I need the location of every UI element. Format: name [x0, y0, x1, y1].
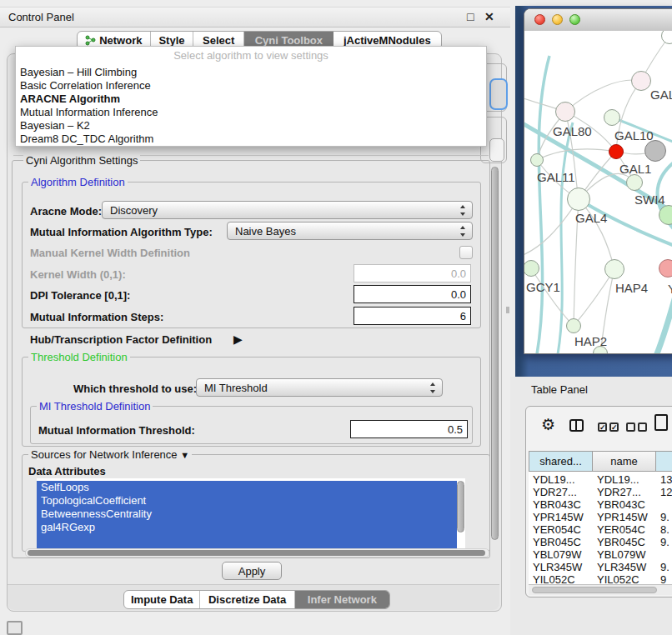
- checked-box-icon[interactable]: ✓: [609, 422, 619, 432]
- gear-icon[interactable]: ⚙: [541, 415, 555, 434]
- kernel-width-input[interactable]: 0.0: [354, 264, 471, 282]
- which-threshold-label: Which threshold to use:: [73, 382, 197, 395]
- kernel-width-label: Kernel Width (0,1):: [30, 268, 126, 281]
- tab-infer-network[interactable]: Infer Network: [295, 591, 389, 608]
- dropdown-item[interactable]: Basic Correlation Inference: [20, 79, 151, 92]
- list-item[interactable]: BetweennessCentrality: [37, 508, 457, 521]
- dropdown-item[interactable]: Bayesian – K2: [20, 119, 90, 132]
- network-node-selected[interactable]: [609, 144, 624, 159]
- table-row[interactable]: YLR345W YLR345W 9.: [529, 561, 672, 573]
- dropdown-item-highlighted[interactable]: ARACNE Algorithm: [20, 92, 120, 106]
- network-node[interactable]: [631, 71, 651, 91]
- manual-kernel-label: Manual Kernel Width Definition: [30, 247, 190, 259]
- cell-name: YBR043C: [593, 498, 656, 511]
- unchecked-box-icon[interactable]: [638, 422, 647, 432]
- network-node[interactable]: [626, 174, 643, 191]
- table-row[interactable]: YPR145W YPR145W 9.: [529, 511, 672, 523]
- zoom-traffic-light-icon[interactable]: [569, 14, 580, 25]
- cell-shared: YIL052C: [529, 573, 593, 584]
- list-item[interactable]: TopologicalCoefficient: [37, 494, 457, 508]
- node-label: GAL11: [537, 170, 575, 184]
- column-header-extra[interactable]: A: [655, 451, 672, 472]
- network-node[interactable]: [604, 109, 620, 126]
- panel-title: Control Panel: [8, 11, 74, 23]
- tab-cyni-toolbox-label: Cyni Toolbox: [255, 34, 323, 47]
- network-window-titlebar[interactable]: [524, 9, 672, 32]
- column-header-shared[interactable]: shared...: [529, 451, 593, 472]
- unchecked-box-icon[interactable]: [626, 422, 635, 432]
- table-row[interactable]: YBL079W YBL079W: [529, 548, 672, 561]
- network-node[interactable]: [555, 102, 575, 122]
- columns-icon[interactable]: [569, 419, 584, 432]
- network-canvas[interactable]: GAL GAL80 GAL10 GAL1 GAL11 SWI4 GAL4 GCY…: [524, 31, 672, 353]
- dpi-tolerance-input[interactable]: 0.0: [354, 285, 471, 303]
- table-row[interactable]: YIL052C YIL052C 9: [529, 573, 672, 584]
- minimize-traffic-light-icon[interactable]: [552, 14, 563, 25]
- close-window-icon[interactable]: ✕: [484, 10, 494, 23]
- apply-button[interactable]: Apply: [222, 562, 282, 580]
- node-label: Y: [668, 282, 672, 296]
- close-traffic-light-icon[interactable]: [534, 14, 545, 25]
- data-attributes-label: Data Attributes: [28, 465, 106, 478]
- mi-steps-input[interactable]: 6: [354, 307, 471, 325]
- collapse-down-icon[interactable]: ▼: [180, 450, 189, 460]
- settings-horizontal-scrollbar[interactable]: [25, 548, 489, 558]
- list-item-partial[interactable]: [37, 534, 457, 548]
- mi-threshold-group-title: MI Threshold Definition: [37, 400, 153, 412]
- mi-type-label: Mutual Information Algorithm Type:: [30, 226, 213, 238]
- cell-extra: 12: [656, 486, 672, 498]
- expand-right-icon[interactable]: ▶: [233, 332, 243, 346]
- settings-vertical-scrollbar[interactable]: [491, 167, 499, 540]
- network-node[interactable]: [604, 259, 624, 279]
- float-window-icon[interactable]: □: [467, 10, 474, 23]
- cell-name: YDR27...: [593, 486, 656, 498]
- mi-type-select[interactable]: Naive Bayes: [227, 222, 473, 240]
- which-threshold-value: MI Threshold: [204, 382, 268, 394]
- mi-threshold-input[interactable]: 0.5: [350, 420, 468, 438]
- cell-shared: YER054C: [529, 523, 593, 536]
- list-vertical-scrollbar[interactable]: [457, 481, 464, 532]
- which-threshold-select[interactable]: MI Threshold: [196, 378, 443, 397]
- node-label: GCY1: [526, 280, 560, 294]
- checked-box-icon[interactable]: ✓: [598, 422, 607, 432]
- data-attributes-list: SelfLoops TopologicalCoefficient Between…: [37, 478, 465, 548]
- column-header-name[interactable]: name: [592, 451, 656, 472]
- cell-name: YDL19...: [593, 473, 656, 486]
- network-node[interactable]: [566, 318, 581, 333]
- network-window[interactable]: GAL GAL80 GAL10 GAL1 GAL11 SWI4 GAL4 GCY…: [524, 8, 672, 354]
- table-row[interactable]: YDL19... YDL19... 13: [529, 473, 672, 486]
- list-item[interactable]: gal4RGexp: [37, 521, 457, 534]
- node-label: HAP4: [615, 281, 648, 295]
- sources-title-text: Sources for Network Inference: [31, 448, 178, 461]
- dropdown-item[interactable]: Bayesian – Hill Climbing: [20, 66, 137, 79]
- network-node[interactable]: [659, 259, 672, 278]
- dpi-tolerance-label: DPI Tolerance [0,1]:: [30, 289, 130, 302]
- sources-group-title: Sources for Network Inference ▼: [28, 448, 192, 461]
- network-node[interactable]: [644, 140, 666, 162]
- dropdown-item[interactable]: Mutual Information Inference: [20, 106, 158, 119]
- tab-impute-data[interactable]: Impute Data: [124, 591, 200, 608]
- docked-panel-icon[interactable]: [7, 621, 23, 635]
- table-row[interactable]: YER054C YER054C 8.: [529, 523, 672, 536]
- network-node[interactable]: [530, 153, 544, 167]
- table-row[interactable]: YDR27... YDR27... 12: [529, 486, 672, 498]
- dropdown-item[interactable]: Dream8 DC_TDC Algorithm: [20, 132, 153, 146]
- table-row[interactable]: YBR045C YBR045C 9.: [529, 536, 672, 548]
- table-window: ⚙ ✓ ✓ shared... name A YDL19... YDL19...…: [525, 406, 672, 598]
- tab-infer-network-label: Infer Network: [308, 593, 377, 606]
- panel-splitter[interactable]: [506, 307, 509, 313]
- cell-shared: YLR345W: [529, 561, 593, 573]
- node-label: GAL80: [553, 124, 592, 138]
- cell-extra: 13: [656, 473, 672, 486]
- tab-discretize-data[interactable]: Discretize Data: [200, 591, 294, 608]
- aracne-mode-select[interactable]: Discovery: [102, 201, 473, 219]
- list-item[interactable]: SelfLoops: [37, 481, 457, 494]
- table-horizontal-scrollbar[interactable]: [529, 584, 672, 595]
- mi-steps-label: Mutual Information Steps:: [30, 311, 163, 323]
- manual-kernel-checkbox[interactable]: [459, 246, 473, 259]
- file-icon[interactable]: [654, 414, 668, 431]
- node-label: GAL10: [614, 128, 654, 142]
- network-node[interactable]: [567, 188, 590, 211]
- cell-name: YER054C: [593, 523, 656, 536]
- table-row[interactable]: YBR043C YBR043C: [529, 498, 672, 511]
